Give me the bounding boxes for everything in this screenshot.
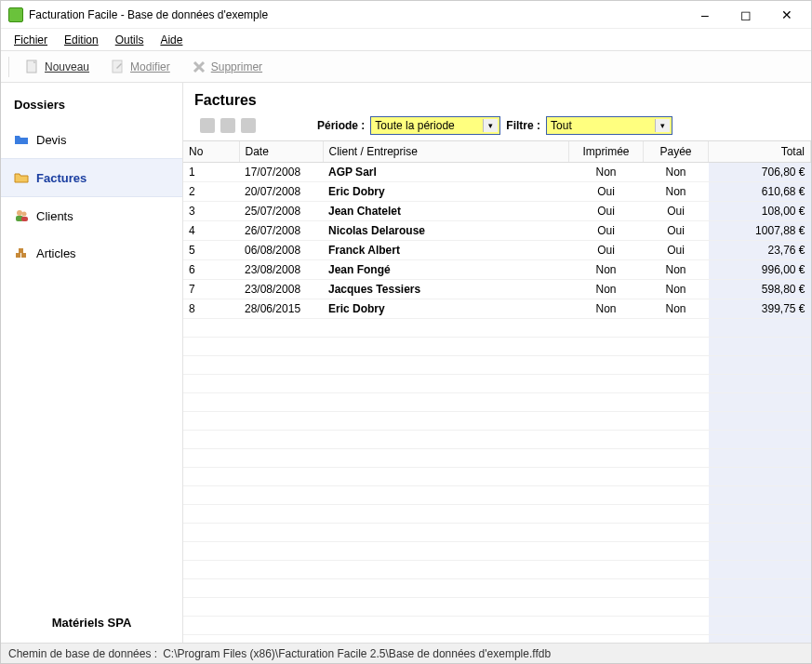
table-row[interactable]: 117/07/2008AGP SarlNonNon706,80 €	[183, 163, 811, 182]
delete-label: Supprimer	[211, 60, 262, 73]
table-row[interactable]: 220/07/2008Eric DobryOuiNon610,68 €	[183, 182, 811, 202]
cell-date: 28/06/2015	[239, 299, 323, 319]
cell-printed: Oui	[569, 202, 644, 221]
cell-paid: Non	[644, 280, 709, 299]
main-area: Dossiers Devis Factures Clients	[1, 83, 811, 643]
cell-total: 1007,88 €	[709, 221, 811, 241]
cell-no: 6	[183, 260, 239, 280]
menu-edit[interactable]: Edition	[57, 32, 106, 48]
cell-printed: Non	[569, 280, 644, 299]
maximize-button[interactable]: ◻	[725, 2, 766, 28]
folder-open-icon	[14, 170, 29, 185]
content: Factures Période : Toute la période ▾ Fi…	[183, 83, 811, 643]
sidebar-item-label: Clients	[36, 209, 73, 223]
table-row-empty	[183, 431, 811, 449]
cell-paid: Oui	[644, 241, 709, 260]
cell-no: 7	[183, 280, 239, 299]
sidebar-header: Dossiers	[1, 83, 182, 121]
boxes-icon	[14, 246, 29, 260]
table-row-empty	[183, 505, 811, 524]
table-row-empty	[183, 468, 811, 486]
sidebar-item-clients[interactable]: Clients	[1, 197, 182, 234]
view-icon-1[interactable]	[200, 118, 215, 133]
app-icon	[8, 7, 23, 22]
cell-date: 23/08/2008	[239, 260, 323, 280]
col-paid[interactable]: Payée	[644, 141, 709, 163]
cell-client: Franck Albert	[323, 241, 569, 260]
col-total[interactable]: Total	[709, 141, 811, 163]
modify-button[interactable]: Modifier	[102, 55, 178, 79]
table-wrap[interactable]: No Date Client / Entreprise Imprimée Pay…	[183, 140, 811, 643]
sidebar-item-articles[interactable]: Articles	[1, 234, 182, 272]
cell-client: Nicolas Delarouse	[323, 221, 569, 241]
close-button[interactable]: ✕	[766, 2, 807, 28]
window-title: Facturation Facile - Base de données d'e…	[29, 8, 685, 21]
cell-no: 8	[183, 299, 239, 319]
sidebar-item-label: Devis	[36, 133, 67, 147]
menu-tools[interactable]: Outils	[108, 32, 152, 48]
statusbar-path: C:\Program Files (x86)\Facturation Facil…	[163, 647, 551, 660]
cell-total: 996,00 €	[709, 260, 811, 280]
table-row-empty	[183, 449, 811, 468]
cell-paid: Non	[644, 182, 709, 202]
cell-client: Jean Chatelet	[323, 202, 569, 221]
menu-file[interactable]: Fichier	[7, 32, 55, 48]
cell-no: 3	[183, 202, 239, 221]
table-body: 117/07/2008AGP SarlNonNon706,80 €220/07/…	[183, 163, 811, 644]
table-row[interactable]: 506/08/2008Franck AlbertOuiOui23,76 €	[183, 241, 811, 260]
cell-paid: Oui	[644, 202, 709, 221]
delete-button[interactable]: Supprimer	[183, 55, 270, 79]
chevron-down-icon: ▾	[483, 119, 498, 132]
table-header-row: No Date Client / Entreprise Imprimée Pay…	[183, 141, 811, 163]
cell-paid: Oui	[644, 221, 709, 241]
sidebar-items: Devis Factures Clients Articles	[1, 121, 182, 603]
cell-total: 23,76 €	[709, 241, 811, 260]
table-row-empty	[183, 524, 811, 542]
table-row[interactable]: 828/06/2015Eric DobryNonNon399,75 €	[183, 299, 811, 319]
table-row-empty	[183, 356, 811, 375]
cell-no: 4	[183, 221, 239, 241]
cell-printed: Oui	[569, 241, 644, 260]
folder-blue-icon	[14, 132, 29, 147]
col-printed[interactable]: Imprimée	[569, 141, 644, 163]
col-date[interactable]: Date	[239, 141, 323, 163]
svg-rect-8	[19, 248, 23, 253]
table-row[interactable]: 325/07/2008Jean ChateletOuiOui108,00 €	[183, 202, 811, 221]
sidebar-item-factures[interactable]: Factures	[1, 158, 182, 197]
cell-no: 1	[183, 163, 239, 182]
minimize-button[interactable]: –	[685, 2, 725, 28]
invoices-table: No Date Client / Entreprise Imprimée Pay…	[183, 141, 811, 643]
period-combo[interactable]: Toute la période ▾	[370, 116, 500, 135]
new-button[interactable]: Nouveau	[17, 55, 97, 79]
cell-printed: Oui	[569, 182, 644, 202]
table-row[interactable]: 723/08/2008Jacques TessiersNonNon598,80 …	[183, 280, 811, 299]
table-row[interactable]: 426/07/2008Nicolas DelarouseOuiOui1007,8…	[183, 221, 811, 241]
sidebar-item-devis[interactable]: Devis	[1, 121, 182, 158]
table-row-empty	[183, 319, 811, 338]
toolbar: Nouveau Modifier Supprimer	[1, 51, 811, 83]
table-row-empty	[183, 412, 811, 431]
statusbar: Chemin de base de données : C:\Program F…	[1, 643, 811, 663]
filter-label: Filtre :	[506, 119, 540, 132]
new-icon	[24, 59, 41, 75]
table-row[interactable]: 623/08/2008Jean FongéNonNon996,00 €	[183, 260, 811, 280]
cell-total: 706,80 €	[709, 163, 811, 182]
delete-icon	[191, 59, 207, 75]
col-no[interactable]: No	[183, 141, 239, 163]
cell-paid: Non	[644, 163, 709, 182]
col-client[interactable]: Client / Entreprise	[323, 141, 569, 163]
content-header: Factures Période : Toute la période ▾ Fi…	[183, 83, 811, 140]
cell-client: AGP Sarl	[323, 163, 569, 182]
cell-date: 17/07/2008	[239, 163, 323, 182]
sidebar-item-label: Articles	[36, 246, 76, 260]
menubar: Fichier Edition Outils Aide	[1, 29, 811, 51]
menu-help[interactable]: Aide	[153, 32, 190, 48]
cell-total: 108,00 €	[709, 202, 811, 221]
view-icon-3[interactable]	[241, 118, 256, 133]
filter-row: Période : Toute la période ▾ Filtre : To…	[191, 113, 804, 140]
view-icon-2[interactable]	[220, 118, 235, 133]
table-row-empty	[183, 635, 811, 644]
filter-combo[interactable]: Tout ▾	[546, 116, 672, 135]
table-row-empty	[183, 579, 811, 598]
period-value: Toute la période	[375, 119, 454, 132]
